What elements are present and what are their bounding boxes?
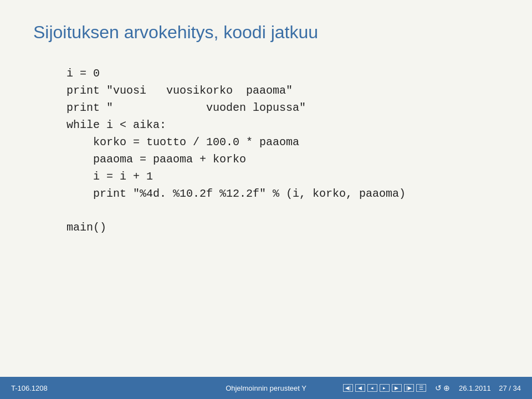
code-line-3: print " vuoden lopussa" bbox=[66, 99, 499, 116]
code-line-2: print "vuosi vuosikorko paaoma" bbox=[66, 82, 499, 99]
slide: Sijoituksen arvokehitys, koodi jatkuu i … bbox=[0, 0, 532, 377]
code-line-5: korko = tuotto / 100.0 * paaoma bbox=[66, 134, 499, 151]
nav-section-next-icon[interactable]: ▸ bbox=[380, 384, 390, 392]
course-code: T-106.1208 bbox=[11, 384, 48, 392]
date: 26.1.2011 bbox=[459, 384, 491, 392]
course-name: Ohjelmoinnin perusteet Y bbox=[226, 384, 306, 392]
nav-prev-icon[interactable]: ◀ bbox=[355, 384, 365, 392]
nav-next-icon[interactable]: ▶ bbox=[392, 384, 402, 392]
page-number: 26.1.2011 27 / 34 bbox=[459, 384, 521, 392]
page-count: 27 / 34 bbox=[499, 384, 521, 392]
code-line-6: paaoma = paaoma + korko bbox=[66, 151, 499, 168]
nav-last-icon[interactable]: |▶ bbox=[404, 384, 414, 392]
refresh-icon[interactable]: ↺ bbox=[435, 383, 442, 392]
code-line-main: main() bbox=[66, 219, 499, 236]
bottom-center: Ohjelmoinnin perusteet Y bbox=[226, 384, 306, 392]
nav-menu-icon[interactable]: ☰ bbox=[416, 384, 426, 392]
code-block: i = 0 print "vuosi vuosikorko paaoma" pr… bbox=[66, 65, 499, 236]
bottom-right: ◀| ◀ ◂ ▸ ▶ |▶ ☰ ↺ ⊕ 26.1.2011 27 / 34 bbox=[343, 383, 521, 392]
slide-title: Sijoituksen arvokehitys, koodi jatkuu bbox=[33, 22, 499, 43]
zoom-icon[interactable]: ⊕ bbox=[443, 383, 450, 392]
refresh-icons[interactable]: ↺ ⊕ bbox=[435, 383, 450, 392]
nav-first-icon[interactable]: ◀| bbox=[343, 384, 353, 392]
code-line-8: print "%4d. %10.2f %12.2f" % (i, korko, … bbox=[66, 185, 499, 202]
code-line-4: while i < aika: bbox=[66, 116, 499, 134]
nav-section-prev-icon[interactable]: ◂ bbox=[367, 384, 377, 392]
nav-icons[interactable]: ◀| ◀ ◂ ▸ ▶ |▶ ☰ bbox=[343, 384, 426, 392]
bottom-bar: T-106.1208 Ohjelmoinnin perusteet Y ◀| ◀… bbox=[0, 377, 532, 399]
code-line-7: i = i + 1 bbox=[66, 168, 499, 185]
code-line-1: i = 0 bbox=[66, 65, 499, 82]
bottom-left: T-106.1208 bbox=[11, 384, 48, 392]
